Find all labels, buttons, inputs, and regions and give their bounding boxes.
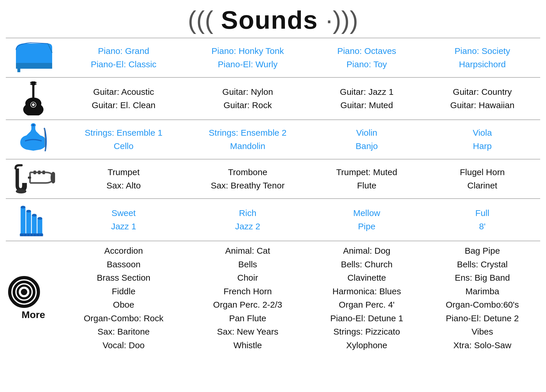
- sound-cell-more-1[interactable]: Animal: CatBellsChoirFrench HornOrgan Pe…: [186, 241, 309, 355]
- sound-item[interactable]: Whistle: [189, 339, 307, 352]
- sound-item[interactable]: Vibes: [427, 325, 538, 339]
- sound-item[interactable]: Guitar: Country: [427, 85, 538, 99]
- sound-item[interactable]: Violin: [311, 126, 422, 140]
- sound-item[interactable]: Strings: Pizzicato: [311, 325, 422, 339]
- sound-item[interactable]: Xylophone: [311, 339, 422, 352]
- sound-cell-more-2[interactable]: Animal: DogBells: ChurchClavinetteHarmon…: [309, 241, 424, 355]
- sound-item[interactable]: Harmonica: Blues: [311, 285, 422, 298]
- sound-item[interactable]: Sax: Alto: [63, 179, 184, 193]
- sound-item[interactable]: Bag Pipe: [427, 244, 538, 258]
- sound-cell-brass-3[interactable]: Flugel HornClarinet: [425, 159, 540, 199]
- sound-item[interactable]: Flugel Horn: [427, 166, 538, 179]
- sound-item[interactable]: Guitar: Acoustic: [63, 85, 184, 99]
- sound-cell-brass-2[interactable]: Trumpet: MutedFlute: [309, 159, 424, 199]
- sound-item[interactable]: Guitar: Nylon: [189, 85, 307, 99]
- sound-item[interactable]: Jazz 2: [189, 220, 307, 233]
- sound-item[interactable]: Bells: Crystal: [427, 258, 538, 271]
- sound-item[interactable]: Strings: Ensemble 1: [63, 126, 184, 140]
- sound-item[interactable]: Guitar: Jazz 1: [311, 85, 422, 99]
- sound-item[interactable]: French Horn: [189, 285, 307, 298]
- sound-item[interactable]: Sax: Baritone: [63, 325, 184, 339]
- sound-item[interactable]: Oboe: [63, 298, 184, 312]
- sound-item[interactable]: Piano-El: Detune 2: [427, 312, 538, 325]
- sound-cell-brass-0[interactable]: TrumpetSax: Alto: [61, 159, 186, 199]
- sound-item[interactable]: Guitar: Rock: [189, 99, 307, 112]
- sound-item[interactable]: Viola: [427, 126, 538, 140]
- sound-cell-more-0[interactable]: AccordionBassoonBrass SectionFiddleOboeO…: [61, 241, 186, 355]
- sound-item[interactable]: Organ-Combo:60's: [427, 298, 538, 312]
- sound-item[interactable]: 8': [427, 220, 538, 233]
- sound-cell-guitar-0[interactable]: Guitar: AcousticGuitar: El. Clean: [61, 77, 186, 120]
- sound-cell-strings-0[interactable]: Strings: Ensemble 1Cello: [61, 120, 186, 159]
- sound-item[interactable]: Piano-El: Wurly: [189, 58, 307, 71]
- sound-item[interactable]: Guitar: El. Clean: [63, 99, 184, 112]
- sound-item[interactable]: Bells: Church: [311, 258, 422, 271]
- sound-item[interactable]: Sweet: [63, 206, 184, 220]
- sound-cell-brass-1[interactable]: TromboneSax: Breathy Tenor: [186, 159, 309, 199]
- sound-item[interactable]: Pipe: [311, 220, 422, 233]
- sound-cell-organ-1[interactable]: RichJazz 2: [186, 199, 309, 241]
- sound-item[interactable]: Bells: [189, 258, 307, 271]
- sound-item[interactable]: Animal: Dog: [311, 244, 422, 258]
- sound-item[interactable]: Piano: Honky Tonk: [189, 44, 307, 58]
- sound-item[interactable]: Guitar: Muted: [311, 99, 422, 112]
- sound-item[interactable]: Harp: [427, 139, 538, 153]
- sound-item[interactable]: Organ-Combo: Rock: [63, 312, 184, 325]
- sound-cell-organ-0[interactable]: SweetJazz 1: [61, 199, 186, 241]
- sound-cell-guitar-3[interactable]: Guitar: CountryGuitar: Hawaiian: [425, 77, 540, 120]
- sound-item[interactable]: Piano-El: Detune 1: [311, 312, 422, 325]
- sound-item[interactable]: Ens: Big Band: [427, 271, 538, 285]
- sound-item[interactable]: Trumpet: [63, 166, 184, 179]
- sound-item[interactable]: Rich: [189, 206, 307, 220]
- sound-cell-more-3[interactable]: Bag PipeBells: CrystalEns: Big BandMarim…: [425, 241, 540, 355]
- sound-item[interactable]: Organ Perc. 2-2/3: [189, 298, 307, 312]
- sound-cell-strings-3[interactable]: ViolaHarp: [425, 120, 540, 159]
- sound-cell-piano-0[interactable]: Piano: GrandPiano-El: Classic: [61, 38, 186, 77]
- sound-item[interactable]: Choir: [189, 271, 307, 285]
- sound-cell-piano-1[interactable]: Piano: Honky TonkPiano-El: Wurly: [186, 38, 309, 77]
- sound-item[interactable]: Sax: Breathy Tenor: [189, 179, 307, 193]
- sound-item[interactable]: Piano: Grand: [63, 44, 184, 58]
- sound-item[interactable]: Full: [427, 206, 538, 220]
- row-piano: Piano: GrandPiano-El: ClassicPiano: Honk…: [6, 38, 540, 77]
- sound-item[interactable]: Harpsichord: [427, 58, 538, 71]
- sound-item[interactable]: Piano-El: Classic: [63, 58, 184, 71]
- sound-cell-organ-3[interactable]: Full8': [425, 199, 540, 241]
- sound-item[interactable]: Animal: Cat: [189, 244, 307, 258]
- sound-item[interactable]: Jazz 1: [63, 220, 184, 233]
- sound-item[interactable]: Mellow: [311, 206, 422, 220]
- sound-item[interactable]: Trombone: [189, 166, 307, 179]
- sound-cell-guitar-2[interactable]: Guitar: Jazz 1Guitar: Muted: [309, 77, 424, 120]
- svg-rect-1: [17, 68, 20, 72]
- sound-cell-organ-2[interactable]: MellowPipe: [309, 199, 424, 241]
- sound-item[interactable]: Cello: [63, 139, 184, 153]
- sound-cell-piano-2[interactable]: Piano: OctavesPiano: Toy: [309, 38, 424, 77]
- sound-cell-guitar-1[interactable]: Guitar: NylonGuitar: Rock: [186, 77, 309, 120]
- sound-item[interactable]: Bassoon: [63, 258, 184, 271]
- sound-item[interactable]: Clavinette: [311, 271, 422, 285]
- sounds-table: Piano: GrandPiano-El: ClassicPiano: Honk…: [6, 38, 540, 355]
- sound-item[interactable]: Accordion: [63, 244, 184, 258]
- sound-item[interactable]: Brass Section: [63, 271, 184, 285]
- sound-item[interactable]: Trumpet: Muted: [311, 166, 422, 179]
- sound-item[interactable]: Sax: New Years: [189, 325, 307, 339]
- sound-item[interactable]: Vocal: Doo: [63, 339, 184, 352]
- sound-item[interactable]: Fiddle: [63, 285, 184, 298]
- sound-item[interactable]: Organ Perc. 4': [311, 298, 422, 312]
- sound-item[interactable]: Strings: Ensemble 2: [189, 126, 307, 140]
- sound-item[interactable]: Clarinet: [427, 179, 538, 193]
- sound-item[interactable]: Piano: Toy: [311, 58, 422, 71]
- sound-item[interactable]: Mandolin: [189, 139, 307, 153]
- sound-cell-strings-1[interactable]: Strings: Ensemble 2Mandolin: [186, 120, 309, 159]
- sound-cell-strings-2[interactable]: ViolinBanjo: [309, 120, 424, 159]
- sound-item[interactable]: Piano: Octaves: [311, 44, 422, 58]
- sound-item[interactable]: Pan Flute: [189, 312, 307, 325]
- sound-item[interactable]: Piano: Society: [427, 44, 538, 58]
- sound-item[interactable]: Xtra: Solo-Saw: [427, 339, 538, 352]
- sound-item[interactable]: Guitar: Hawaiian: [427, 99, 538, 112]
- sound-cell-piano-3[interactable]: Piano: SocietyHarpsichord: [425, 38, 540, 77]
- sound-item[interactable]: Flute: [311, 179, 422, 193]
- sound-item[interactable]: Marimba: [427, 285, 538, 298]
- sound-item[interactable]: Banjo: [311, 139, 422, 153]
- svg-point-29: [26, 210, 31, 213]
